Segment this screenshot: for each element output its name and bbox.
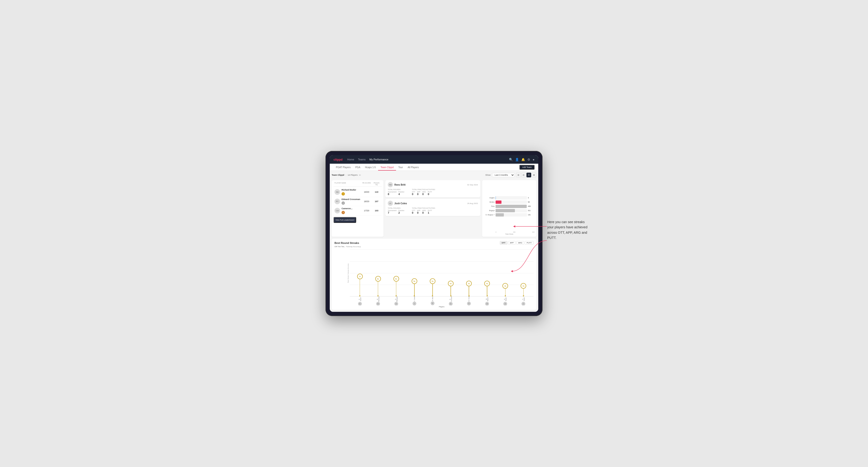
view-grid-sm-button[interactable]: ⊟ — [521, 173, 526, 177]
bar-row-d-bogeys: D. Bogeys + 131 — [484, 213, 534, 217]
rank-badge: 2 — [342, 201, 345, 205]
table-row: CM Cameron... 3 17/20 103 — [334, 206, 382, 216]
player-mini-avatar: M — [485, 302, 489, 306]
tab-pga[interactable]: PGA — [353, 165, 363, 170]
view-list-button[interactable]: ☰ — [526, 173, 531, 177]
streak-line — [378, 282, 378, 295]
view-table-button[interactable]: ⊠ — [532, 173, 536, 177]
ott-label: OTT — [412, 191, 415, 193]
separator: | — [346, 174, 346, 176]
player-bottom: R. BrittR — [424, 297, 441, 305]
streak-col: 5x — [406, 250, 423, 297]
arg-label: ARG — [422, 191, 426, 193]
tab-team-clippd[interactable]: Team Clippd — [378, 165, 396, 170]
chart-body: 7x6x6x5x5x4x4x4x3x3x E. EwertEB. McHergB… — [350, 250, 533, 305]
tab-all-players[interactable]: All Players — [405, 165, 421, 170]
tournament-label: Tournament — [388, 191, 397, 193]
bar-container — [496, 213, 527, 217]
y-axis: Best Streak, Fairway Accuracy — [335, 250, 350, 305]
player-mini-avatar: J — [412, 302, 416, 305]
rank-badge: 1 — [342, 192, 345, 195]
card-header: JC Josh Coles 26 Aug 2023 — [388, 201, 478, 206]
ott-stat: OTT 0 — [412, 191, 415, 195]
streak-col: 5x — [424, 250, 441, 297]
player-bottom: E. CrossmanE — [442, 297, 459, 306]
tabs-bar: PGAT Players PGA Hcaps 1-5 Team Clippd T… — [330, 164, 538, 171]
bar-value: 311 — [528, 210, 534, 211]
streak-line — [505, 289, 506, 295]
nav-my-performance[interactable]: My Performance — [369, 158, 389, 161]
rounds-stats-title: Total Rounds — [388, 207, 404, 209]
player-pb-score: 17/20 — [361, 210, 372, 212]
streak-bubble: 3x — [521, 283, 526, 289]
avatar: RB — [388, 182, 393, 187]
tab-pgat-players[interactable]: PGAT Players — [334, 165, 353, 170]
bottom-header: Best Round Streaks OTT APP ARG PUTT — [335, 241, 533, 245]
add-team-button[interactable]: Add Team — [519, 165, 534, 169]
player-name-rotated: B. McHerg — [377, 297, 379, 302]
avatar: EC — [335, 198, 340, 204]
streak-bubble: 7x — [357, 274, 363, 279]
avatar: JC — [388, 201, 393, 206]
subtitle-sub: Fairway Accuracy — [346, 246, 361, 248]
player-bottom: J. ColesJ — [406, 297, 423, 305]
rounds-stats-title: Total Rounds — [388, 189, 404, 190]
tablet-screen: clippd Home Teams My Performance 🔍 👤 🔔 ⚙… — [330, 155, 538, 312]
nav-links: Home Teams My Performance — [347, 158, 509, 161]
nav-home[interactable]: Home — [347, 158, 354, 161]
view-grid-lg-button[interactable]: ⊞ — [516, 173, 521, 177]
view-leaderboard-button[interactable]: View Full Leaderboard — [334, 217, 356, 223]
user-icon[interactable]: 👤 — [515, 158, 519, 161]
ott-stat: OTT 0 — [412, 210, 415, 214]
practice-stats-group: Total Practice Activities OTT 0 APP 0 — [412, 189, 435, 195]
arg-value: 0 — [422, 211, 426, 214]
settings-icon[interactable]: ⚙ — [527, 158, 530, 161]
streak-line — [360, 279, 360, 295]
time-period-select[interactable]: Last 3 months Last 6 months Last 12 mont… — [492, 173, 515, 177]
annotation-arrow-1 — [512, 222, 547, 236]
bell-icon[interactable]: 🔔 — [521, 158, 525, 161]
player-mini-avatar: R — [431, 302, 434, 305]
tournament-value: 7 — [388, 211, 397, 214]
player-avg-score: 107 — [372, 200, 381, 203]
col-header-pb: PB SCORE — [361, 182, 372, 185]
streak-bubble: 4x — [448, 281, 454, 286]
bar-container — [496, 209, 527, 212]
streak-line — [487, 286, 487, 295]
filter-ott-button[interactable]: OTT — [500, 241, 507, 245]
card-stats: Total Rounds Tournament 8 Practice 4 — [388, 189, 478, 195]
streak-bubble: 5x — [430, 278, 435, 284]
best-round-streaks-section: Best Round Streaks OTT APP ARG PUTT Off … — [332, 239, 536, 310]
edit-icon[interactable]: ✏ — [359, 174, 361, 177]
tab-hcaps[interactable]: Hcaps 1-5 — [363, 165, 378, 170]
player-mini-avatar: E — [358, 302, 362, 306]
bar-label: Pars — [484, 206, 495, 207]
player-bottom: B. McHergB — [370, 297, 386, 306]
bar-label: Birdies — [484, 201, 495, 203]
nav-teams[interactable]: Teams — [358, 158, 366, 161]
streak-bubble: 4x — [466, 281, 472, 286]
player-bottom: D. BillinghamD — [388, 297, 404, 306]
player-name-rotated: J. Coles — [414, 297, 415, 302]
app-value: 0 — [417, 211, 420, 214]
section-title: Best Round Streaks — [335, 242, 359, 244]
player-name-rotated: E. Ewert — [359, 297, 361, 302]
player-bottom: R. ButlerR — [497, 297, 514, 306]
search-icon[interactable]: 🔍 — [509, 158, 513, 161]
table-row: RB Richard Butler 1 19/20 110 — [334, 187, 382, 197]
card-date: 26 Aug 2023 — [467, 203, 478, 205]
streak-columns: 7x6x6x5x5x4x4x4x3x3x — [350, 250, 533, 297]
practice-stats-row: OTT 0 APP 0 ARG 0 — [412, 191, 435, 195]
player-mini-avatar: D — [467, 302, 471, 305]
bar-label: Bogeys — [484, 210, 495, 211]
rounds-stats-group: Total Rounds Tournament 7 Practice 2 — [388, 207, 404, 214]
streak-line — [469, 286, 469, 295]
player-info: Richard Butler 1 — [342, 189, 361, 195]
player-bottom: E. EwertE — [352, 297, 368, 306]
tab-tour[interactable]: Tour — [396, 165, 405, 170]
tournament-stat: Tournament 7 — [388, 210, 397, 214]
putt-label: PUTT — [428, 210, 432, 211]
bar-row-birdies: Birdies 96 — [484, 200, 534, 204]
view-mode-buttons: ⊞ ⊟ ☰ ⊠ — [516, 173, 536, 177]
avatar-icon[interactable]: ● — [533, 158, 534, 161]
